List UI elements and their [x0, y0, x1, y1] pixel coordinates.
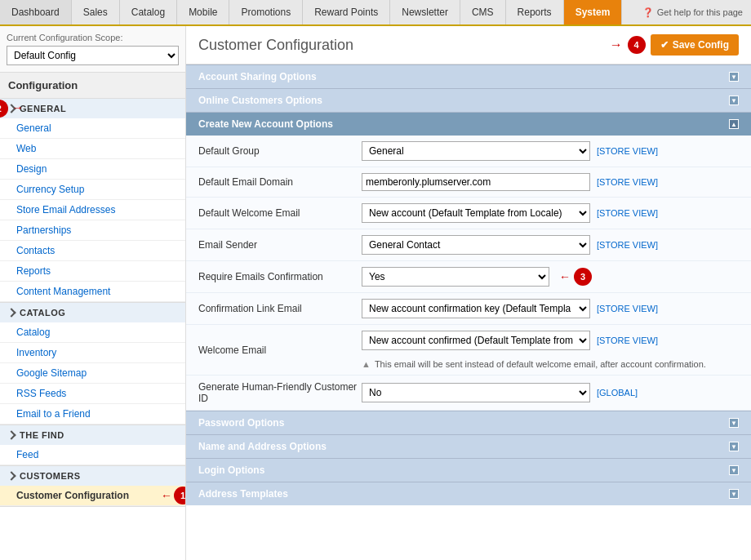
scope-default-email-domain[interactable]: [STORE VIEW]: [597, 177, 658, 187]
section-header-address-templates[interactable]: Address Templates: [186, 482, 751, 505]
nav-newsletter[interactable]: Newsletter: [390, 0, 460, 24]
nav-mobile[interactable]: Mobile: [177, 0, 229, 24]
annotation-3-arrow: ←: [559, 270, 571, 283]
annotation-4-arrow: →: [610, 38, 623, 52]
sidebar-section-header-catalog[interactable]: CATALOG: [0, 303, 185, 322]
field-require-emails: Require Emails Confirmation Yes No ← 3: [186, 261, 751, 293]
input-default-email-domain[interactable]: [362, 173, 590, 191]
scope-confirmation-link-email[interactable]: [STORE VIEW]: [597, 304, 658, 313]
select-default-welcome-email[interactable]: New account (Default Template from Local…: [362, 203, 590, 223]
sidebar: Current Configuration Scope: Default Con…: [0, 26, 186, 560]
chevron-icon-address-templates: [729, 489, 739, 499]
welcome-email-note: ▲ This email will be sent instead of def…: [362, 359, 706, 369]
chevron-right-icon-catalog: [7, 308, 16, 317]
sidebar-section-thefind: THE FIND Feed: [0, 425, 185, 466]
sidebar-item-catalog[interactable]: Catalog: [0, 322, 185, 343]
label-generate-human-friendly: Generate Human-Friendly Customer ID: [198, 381, 362, 404]
scope-email-sender[interactable]: [STORE VIEW]: [597, 240, 658, 250]
select-welcome-email[interactable]: New account confirmed (Default Template …: [362, 331, 590, 350]
annotation-1-circle: 1: [174, 487, 186, 504]
scope-section: Current Configuration Scope: Default Con…: [0, 26, 185, 73]
scope-default-group[interactable]: [STORE VIEW]: [597, 146, 658, 156]
section-header-account-sharing[interactable]: Account Sharing Options: [186, 64, 751, 88]
select-confirmation-link-email[interactable]: New account confirmation key (Default Te…: [362, 299, 590, 318]
control-default-group: General [STORE VIEW]: [362, 141, 739, 161]
sidebar-item-store-email[interactable]: Store Email Addresses: [0, 200, 185, 220]
control-require-emails: Yes No ← 3: [362, 267, 739, 287]
annotation-3-circle: 3: [574, 268, 592, 286]
field-email-sender: Email Sender General Contact [STORE VIEW…: [186, 229, 751, 261]
scope-generate-human-friendly[interactable]: [GLOBAL]: [597, 388, 638, 398]
sidebar-section-header-thefind[interactable]: THE FIND: [0, 425, 185, 445]
sidebar-item-inventory[interactable]: Inventory: [0, 343, 185, 363]
control-default-email-domain: [STORE VIEW]: [362, 173, 739, 191]
select-default-group[interactable]: General: [362, 141, 590, 161]
welcome-note-text: This email will be sent instead of defau…: [375, 359, 706, 369]
sidebar-item-reports[interactable]: Reports: [0, 261, 185, 282]
chevron-icon-online-customers: [729, 96, 739, 105]
content-area: Customer Configuration → 4 ✔ Save Config…: [186, 26, 751, 560]
sidebar-section-customers: CUSTOMERS Customer Configuration 1 ←: [0, 466, 185, 507]
sidebar-section-label-general: GENERAL: [20, 104, 66, 113]
select-generate-human-friendly[interactable]: No Yes: [362, 383, 590, 402]
sidebar-section-label-catalog: CATALOG: [20, 308, 65, 318]
chevron-right-icon-customers: [7, 471, 16, 480]
scope-default-welcome-email[interactable]: [STORE VIEW]: [597, 208, 658, 218]
sidebar-section-header-general[interactable]: GENERAL 2 ←: [0, 99, 185, 118]
nav-catalog[interactable]: Catalog: [120, 0, 177, 24]
chevron-icon-login-options: [729, 465, 739, 475]
sidebar-item-design[interactable]: Design: [0, 159, 185, 180]
control-confirmation-link-email: New account confirmation key (Default Te…: [362, 299, 739, 318]
nav-sales[interactable]: Sales: [72, 0, 120, 24]
nav-cms[interactable]: CMS: [460, 0, 506, 24]
sidebar-item-google-sitemap[interactable]: Google Sitemap: [0, 363, 185, 384]
section-header-online-customers[interactable]: Online Customers Options: [186, 88, 751, 112]
sidebar-item-email-friend[interactable]: Email to a Friend: [0, 404, 185, 424]
section-name-address: Name and Address Options: [186, 434, 751, 458]
select-require-emails[interactable]: Yes No: [362, 267, 549, 287]
select-email-sender[interactable]: General Contact: [362, 235, 590, 255]
sidebar-item-web[interactable]: Web: [0, 139, 185, 159]
annotation-1-arrow: ←: [161, 489, 172, 502]
sidebar-item-currency-setup[interactable]: Currency Setup: [0, 180, 185, 200]
chevron-right-icon-thefind: [7, 430, 16, 439]
sidebar-item-content-management[interactable]: Content Management: [0, 282, 185, 302]
top-navigation: Dashboard Sales Catalog Mobile Promotion…: [0, 0, 751, 26]
nav-reward-points[interactable]: Reward Points: [303, 0, 390, 24]
sidebar-item-general[interactable]: General: [0, 118, 185, 139]
sidebar-section-header-customers[interactable]: CUSTOMERS: [0, 466, 185, 486]
control-generate-human-friendly: No Yes [GLOBAL]: [362, 383, 739, 402]
annotation-4-circle: 4: [628, 36, 646, 54]
help-link[interactable]: ❓ Get help for this page: [634, 0, 751, 24]
label-welcome-email: Welcome Email: [198, 344, 362, 356]
nav-promotions[interactable]: Promotions: [229, 0, 303, 24]
nav-system[interactable]: System: [564, 0, 623, 24]
sidebar-item-partnerships[interactable]: Partnerships: [0, 220, 185, 241]
page-title: Customer Configuration: [198, 37, 353, 54]
section-header-create-new-account[interactable]: Create New Account Options: [186, 112, 751, 136]
chevron-icon-name-address: [729, 442, 739, 451]
section-header-login-options[interactable]: Login Options: [186, 458, 751, 482]
section-header-password-options[interactable]: Password Options: [186, 411, 751, 434]
scope-select[interactable]: Default Config: [7, 46, 179, 65]
welcome-email-row: New account confirmed (Default Template …: [362, 331, 658, 350]
nav-dashboard[interactable]: Dashboard: [0, 0, 72, 24]
label-default-group: Default Group: [198, 145, 362, 157]
chevron-icon-account-sharing: [729, 72, 739, 82]
sidebar-item-feed[interactable]: Feed: [0, 445, 185, 465]
nav-reports[interactable]: Reports: [506, 0, 564, 24]
sidebar-item-customer-configuration[interactable]: Customer Configuration 1 ←: [0, 486, 185, 506]
sidebar-item-contacts[interactable]: Contacts: [0, 241, 185, 261]
section-create-new-account: Create New Account Options Default Group…: [186, 112, 751, 411]
scope-welcome-email[interactable]: [STORE VIEW]: [597, 336, 658, 345]
section-address-templates: Address Templates: [186, 482, 751, 505]
section-header-name-address[interactable]: Name and Address Options: [186, 434, 751, 458]
section-account-sharing: Account Sharing Options: [186, 64, 751, 88]
save-config-button[interactable]: ✔ Save Config: [651, 34, 739, 56]
sidebar-section-label-customers: CUSTOMERS: [20, 471, 81, 481]
info-icon: ▲: [362, 359, 371, 369]
field-welcome-email: Welcome Email New account confirmed (Def…: [186, 325, 751, 376]
sidebar-item-rss-feeds[interactable]: RSS Feeds: [0, 384, 185, 404]
control-welcome-email: New account confirmed (Default Template …: [362, 331, 739, 369]
control-default-welcome-email: New account (Default Template from Local…: [362, 203, 739, 223]
